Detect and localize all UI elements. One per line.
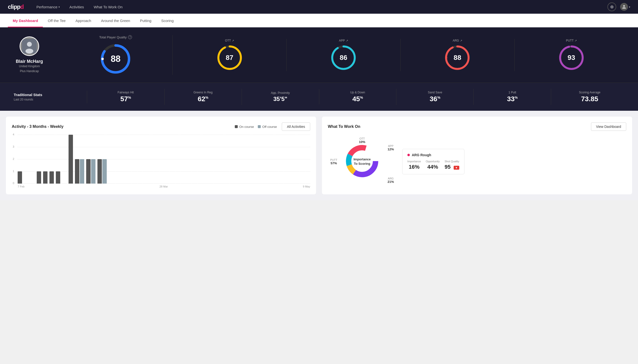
add-button[interactable]: ⊕ [607,2,616,11]
putt-donut-label: PUTT 57% [330,158,337,165]
what-to-work-on-panel: What To Work On View Dashboard OTT 10% A… [322,116,632,194]
user-avatar-icon [620,3,628,11]
score-arg: ARG ↗ 88 [400,39,514,71]
score-putt: PUTT ↗ 93 [515,39,628,71]
opportunity-metric: Opportunity 44% [426,160,440,170]
tab-scoring[interactable]: Scoring [156,14,178,28]
activity-panel-header: Activity - 3 Months - Weekly On course O… [12,122,310,131]
ott-value: 87 [226,54,233,62]
help-icon[interactable]: ? [128,35,132,39]
bar-group-11 [86,159,95,184]
down-badge: ▼ [454,166,459,170]
chart-grid-area: 4 3 2 1 0 [18,135,310,184]
bar-group-7 [56,171,60,184]
bar-group-1 [18,171,22,184]
score-total: Total Player Quality ? 88 [59,35,173,75]
svg-point-5 [101,58,104,60]
stat-greens-in-reg: Greens In Reg 62% [164,89,242,105]
trend-icon: ↗ [232,39,234,42]
bar-group-10 [75,159,84,184]
donut-svg-wrapper: ImportanceTo Scoring [344,143,380,180]
activity-chart-title: Activity - 3 Months - Weekly [12,124,63,129]
app-value: 86 [340,54,347,62]
arg-circle: 88 [444,44,471,71]
wtwo-title: What To Work On [328,124,360,129]
putt-value: 93 [567,54,575,62]
shot-quality-metric: Shot Quality 95 ▼ [445,160,459,170]
arg-rough-title: ARG Rough [407,153,459,157]
app-circle: 86 [330,44,357,71]
activity-panel: Activity - 3 Months - Weekly On course O… [6,116,316,194]
nav-performance[interactable]: Performance ▾ [36,0,61,14]
nav-right: ⊕ ▾ [607,2,630,11]
score-ott: OTT ↗ 87 [173,39,286,71]
legend-off-course: Off course [258,125,277,128]
app-donut-label: APP 12% [387,144,394,151]
bottom-panels: Activity - 3 Months - Weekly On course O… [0,111,638,200]
legend-on-course: On course [235,125,254,128]
donut-area: OTT 10% APP 12% ARG 21% PUTT 57% [328,135,396,188]
bar-on-course [18,171,22,184]
stat-fairways-hit: Fairways Hit 57% [87,89,164,105]
scores-row: Total Player Quality ? 88 OTT ↗ [59,35,628,75]
off-course-dot [258,125,261,128]
side-metrics: Importance 16% Opportunity 44% Shot Qual… [407,160,459,170]
nav-what-to-work-on[interactable]: What To Work On [93,0,124,14]
tab-bar: My Dashboard Off the Tee Approach Around… [0,14,638,28]
nav-activities[interactable]: Activities [69,0,85,14]
putt-label: PUTT ↗ [566,39,577,42]
tab-around-the-green[interactable]: Around the Green [96,14,135,28]
chevron-down-icon: ▾ [629,6,630,8]
stat-sand-save: Sand Save 36% [396,89,474,105]
svg-point-2 [26,49,33,54]
hero-section: Blair McHarg United Kingdom Plus Handica… [0,28,638,83]
dot-icon [407,154,410,156]
total-score-value: 88 [111,54,120,64]
svg-point-12 [445,57,447,59]
putt-circle: 93 [558,44,585,71]
ott-circle: 87 [216,44,243,71]
arg-label: ARG ↗ [453,39,462,42]
tab-putting[interactable]: Putting [135,14,156,28]
tab-my-dashboard[interactable]: My Dashboard [8,14,43,28]
avatar [20,36,39,56]
x-axis-labels: 7 Feb 28 Mar 9 May [18,184,310,188]
wtwo-panel-header: What To Work On View Dashboard [328,122,626,131]
logo[interactable]: clippd [8,4,24,10]
bar-chart: 4 3 2 1 0 [12,135,310,188]
donut-center-text: ImportanceTo Scoring [353,157,371,166]
all-activities-button[interactable]: All Activities [282,122,310,131]
wtwo-content: OTT 10% APP 12% ARG 21% PUTT 57% [328,135,626,188]
on-course-dot [235,125,238,128]
trad-stats-label: Traditional Stats Last 20 rounds [10,91,87,103]
chevron-down-icon: ▾ [59,6,60,8]
trend-icon: ↗ [575,39,577,42]
tpq-label: Total Player Quality ? [99,35,132,39]
arg-rough-card: ARG Rough Importance 16% Opportunity 44%… [402,149,465,174]
plus-icon: ⊕ [610,4,614,10]
ott-label: OTT ↗ [225,39,234,42]
player-name: Blair McHarg [16,59,43,64]
stat-1-putt: 1 Putt 33% [474,89,551,105]
app-label: APP ↗ [339,39,348,42]
svg-point-1 [27,42,32,47]
score-app: APP ↗ 86 [287,39,400,71]
bar-group-9 [69,135,73,184]
top-nav: clippd Performance ▾ Activities What To … [0,0,638,14]
bar-group-12 [97,159,107,184]
tab-off-the-tee[interactable]: Off the Tee [43,14,71,28]
user-menu[interactable]: ▾ [620,3,630,11]
bar-group-4 [37,171,41,184]
bar-group-5 [43,171,48,184]
tab-approach[interactable]: Approach [71,14,96,28]
player-info: Blair McHarg United Kingdom Plus Handica… [10,36,49,73]
chart-legend: On course Off course [235,125,277,128]
trend-icon: ↗ [460,39,462,42]
bar-group-6 [50,171,54,184]
stat-up-and-down: Up & Down 45% [319,89,397,105]
traditional-stats-row: Traditional Stats Last 20 rounds Fairway… [0,83,638,111]
arg-donut-label: ARG 21% [387,177,394,184]
importance-metric: Importance 16% [407,160,421,170]
view-dashboard-button[interactable]: View Dashboard [591,122,626,131]
stat-app-proximity: App. Proximity 35'5" [242,89,319,104]
